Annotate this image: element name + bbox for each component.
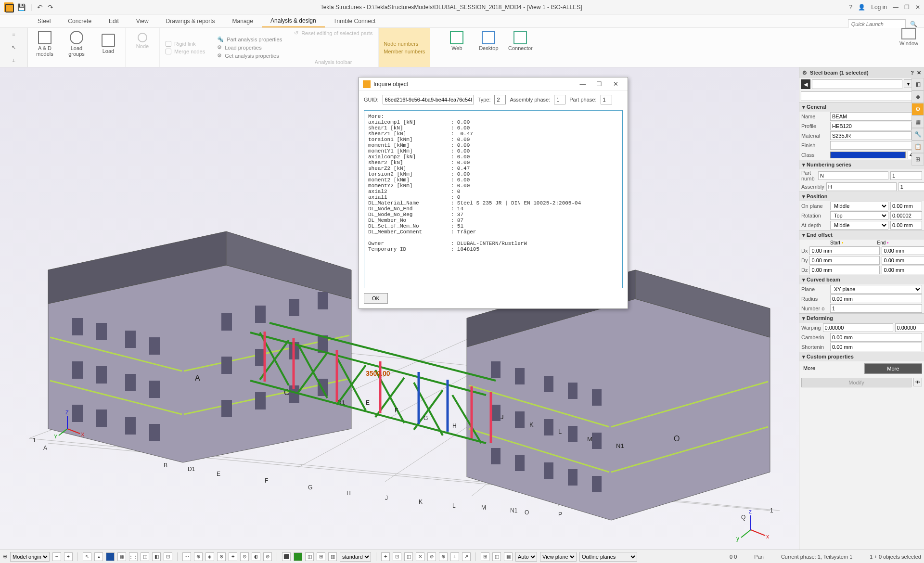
sb-10[interactable]: ⊕	[194, 552, 203, 561]
part-number-start[interactable]	[890, 171, 922, 180]
part-analysis-props-button[interactable]: 🔩Part analysis properties	[217, 36, 282, 42]
section-end-offset[interactable]: End offset	[799, 230, 924, 240]
dz-end[interactable]	[882, 266, 924, 274]
inquire-object-dialog[interactable]: Inquire object — ☐ ✕ GUID: Type: Assembl…	[359, 77, 628, 309]
sb-23[interactable]: ◫	[404, 552, 413, 561]
menu-view[interactable]: View	[128, 14, 157, 27]
sb-22[interactable]: ⊡	[393, 552, 401, 561]
name-input[interactable]	[830, 112, 922, 121]
sb-point[interactable]: ▴	[94, 552, 103, 561]
connector-button[interactable]: Connector	[510, 31, 530, 51]
menu-concrete[interactable]: Concrete	[59, 14, 100, 27]
sb-12[interactable]: ⊗	[217, 552, 226, 561]
guid-input[interactable]	[383, 95, 474, 104]
side-tool-5[interactable]: 🔧	[911, 128, 924, 141]
save-icon[interactable]: 💾	[17, 3, 26, 11]
finish-input[interactable]	[830, 141, 922, 150]
measure-icon[interactable]: ⟂	[12, 57, 15, 63]
gear-icon[interactable]: ⚙	[802, 70, 807, 76]
sb-6[interactable]: ◫	[141, 552, 149, 561]
on-plane-select[interactable]: Middle	[830, 202, 888, 210]
warping-start[interactable]	[823, 323, 893, 332]
origin-select[interactable]: Model origin	[10, 552, 50, 562]
load-button[interactable]: Load	[98, 34, 118, 54]
sb-18[interactable]: ◫	[305, 552, 314, 561]
dz-start[interactable]	[809, 266, 880, 274]
load-props-button[interactable]: ⚙Load properties	[217, 44, 282, 51]
sb-grid[interactable]: ▦	[117, 552, 126, 561]
dialog-close[interactable]: ✕	[607, 80, 624, 88]
login-link[interactable]: Log in	[871, 4, 887, 11]
inquire-body[interactable]: More: axialcomp1 [kN] : 0.00 shear1 [kN]…	[364, 110, 623, 288]
sb-minus[interactable]: −	[52, 552, 61, 561]
more-button[interactable]: More	[864, 363, 923, 374]
modify-eye-icon[interactable]: 👁	[913, 378, 922, 386]
sb-24[interactable]: ✕	[416, 552, 424, 561]
dialog-maximize[interactable]: ☐	[591, 80, 607, 88]
sb-green[interactable]	[294, 552, 302, 561]
dx-end[interactable]	[882, 246, 924, 255]
type-input[interactable]	[494, 95, 506, 104]
rotation-select[interactable]: Top	[830, 211, 888, 220]
sb-28[interactable]: ↗	[462, 552, 471, 561]
node-numbers-toggle[interactable]: Node numbers Member numbers	[379, 28, 430, 67]
sb-21[interactable]: ✦	[381, 552, 390, 561]
menu-steel[interactable]: Steel	[29, 14, 59, 27]
panel-close-icon[interactable]: ✕	[917, 70, 921, 76]
sb-19[interactable]: ⊞	[317, 552, 325, 561]
sb-8[interactable]: ⊡	[164, 552, 172, 561]
sb-dots[interactable]: ⋮⋮	[129, 552, 138, 561]
load-groups-button[interactable]: Load groups	[66, 31, 87, 57]
cursor-icon[interactable]: ↖	[12, 44, 16, 51]
sb-30[interactable]: ◫	[492, 552, 501, 561]
close-icon[interactable]: ✕	[915, 4, 920, 11]
sb-29[interactable]: ⊞	[481, 552, 489, 561]
side-tool-7[interactable]: ⊞	[911, 153, 924, 166]
assembly-prefix[interactable]	[826, 182, 897, 191]
assembly-phase-input[interactable]	[554, 95, 565, 104]
part-phase-input[interactable]	[601, 95, 612, 104]
part-number-prefix[interactable]	[818, 171, 888, 180]
sb-26[interactable]: ⊕	[439, 552, 448, 561]
panel-help-icon[interactable]: ?	[911, 70, 914, 76]
dy-end[interactable]	[882, 256, 924, 265]
ok-button[interactable]: OK	[364, 293, 388, 304]
shortening-input[interactable]	[830, 343, 922, 351]
sb-13[interactable]: ✦	[229, 552, 237, 561]
sb-17[interactable]: ⬛	[282, 552, 291, 561]
sb-cursor[interactable]: ↖	[83, 552, 91, 561]
side-tool-6[interactable]: 📋	[911, 141, 924, 153]
preset-dropdown[interactable]	[812, 79, 902, 89]
section-custom[interactable]: Custom properties	[799, 352, 924, 361]
section-deforming[interactable]: Deforming	[799, 314, 924, 323]
search-icon[interactable]: 🔍	[910, 21, 917, 27]
sb-25[interactable]: ⊘	[427, 552, 436, 561]
section-curved[interactable]: Curved beam	[799, 275, 924, 284]
side-tool-2[interactable]: ◆	[911, 90, 924, 103]
hamburger-icon[interactable]: ≡	[12, 32, 15, 38]
modify-button[interactable]: Modify	[801, 378, 911, 387]
section-general[interactable]: General	[799, 102, 924, 112]
back-button[interactable]: ◀	[801, 79, 810, 89]
ad-models-button[interactable]: A & D models	[35, 31, 55, 57]
window-button[interactable]: Window	[899, 28, 918, 46]
web-button[interactable]: Web	[447, 31, 467, 51]
side-tool-3[interactable]: ⚙	[911, 103, 924, 115]
menu-manage[interactable]: Manage	[224, 14, 262, 27]
sb-20[interactable]: ▥	[328, 552, 337, 561]
assembly-start[interactable]	[898, 182, 924, 191]
on-plane-offset[interactable]	[890, 202, 922, 210]
side-tool-1[interactable]: ◧	[911, 78, 924, 90]
menu-drawings[interactable]: Drawings & reports	[157, 14, 224, 27]
class-color[interactable]	[830, 152, 906, 158]
sb-31[interactable]: ▦	[504, 552, 513, 561]
dy-start[interactable]	[809, 256, 880, 265]
quick-launch-input[interactable]	[848, 19, 906, 29]
section-numbering[interactable]: Numbering series	[799, 160, 924, 169]
camber-input[interactable]	[830, 333, 922, 342]
side-tool-4[interactable]: ▦	[911, 115, 924, 128]
dx-start[interactable]	[809, 246, 880, 255]
menu-analysis[interactable]: Analysis & design	[262, 14, 325, 27]
auto-select[interactable]: Auto	[515, 552, 537, 562]
get-analysis-props-button[interactable]: ⚙Get analysis properties	[217, 52, 282, 59]
